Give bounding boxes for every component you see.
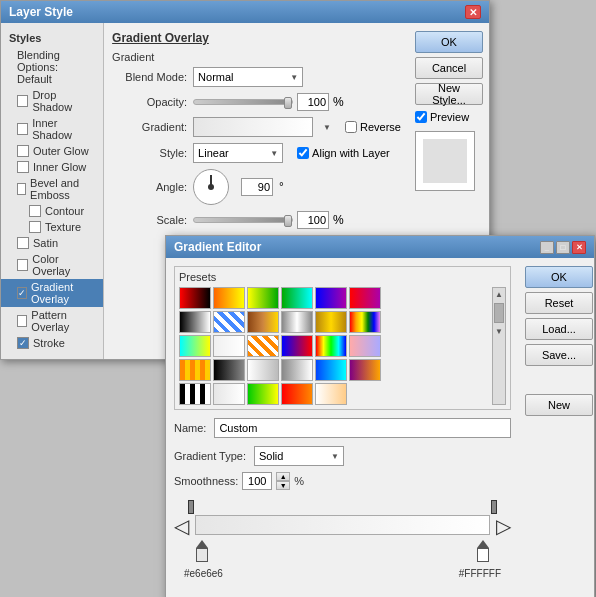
scroll-up-arrow[interactable]: ▲	[493, 288, 505, 301]
ge-maximize-button[interactable]: □	[556, 241, 570, 254]
style-dropdown[interactable]: Linear ▼	[193, 143, 283, 163]
ge-new-button[interactable]: New	[525, 394, 593, 416]
preset-16[interactable]	[281, 335, 313, 357]
sidebar-item-pattern-overlay[interactable]: Pattern Overlay	[1, 307, 103, 335]
ge-minimize-button[interactable]: _	[540, 241, 554, 254]
contour-checkbox[interactable]	[29, 205, 41, 217]
outer-glow-checkbox[interactable]	[17, 145, 29, 157]
opacity-slider-track[interactable]	[193, 99, 293, 105]
left-color-stop[interactable]	[196, 540, 208, 562]
cancel-button[interactable]: Cancel	[415, 57, 483, 79]
opacity-stop-right[interactable]	[491, 500, 497, 514]
reverse-checkbox[interactable]	[345, 121, 357, 133]
scroll-down-arrow[interactable]: ▼	[493, 325, 505, 338]
texture-checkbox[interactable]	[29, 221, 41, 233]
angle-value-input[interactable]	[241, 178, 273, 196]
scroll-thumb[interactable]	[494, 303, 504, 323]
color-overlay-checkbox[interactable]	[17, 259, 28, 271]
ge-reset-button[interactable]: Reset	[525, 292, 593, 314]
sidebar-item-contour[interactable]: Contour	[1, 203, 103, 219]
preview-checkbox[interactable]	[415, 111, 427, 123]
preset-7[interactable]	[179, 311, 211, 333]
preset-14[interactable]	[213, 335, 245, 357]
drop-shadow-checkbox[interactable]	[17, 95, 28, 107]
preset-25[interactable]	[179, 383, 211, 405]
opacity-slider-thumb[interactable]	[284, 97, 292, 109]
scale-slider-track[interactable]	[193, 217, 293, 223]
smoothness-value-input[interactable]	[242, 472, 272, 490]
align-with-layer-checkbox[interactable]	[297, 147, 309, 159]
angle-dial[interactable]	[193, 169, 229, 205]
smoothness-down-btn[interactable]: ▼	[276, 481, 290, 490]
ge-ok-button[interactable]: OK	[525, 266, 593, 288]
scale-value-input[interactable]	[297, 211, 329, 229]
gradient-overlay-checkbox[interactable]	[17, 287, 27, 299]
preset-1[interactable]	[179, 287, 211, 309]
preview-label: Preview	[415, 111, 483, 123]
opacity-stop-left[interactable]	[188, 500, 194, 514]
sidebar-item-satin[interactable]: Satin	[1, 235, 103, 251]
preset-10[interactable]	[281, 311, 313, 333]
preset-17[interactable]	[315, 335, 347, 357]
left-stop-marker[interactable]: ◁	[174, 514, 189, 538]
preset-3[interactable]	[247, 287, 279, 309]
preset-15[interactable]	[247, 335, 279, 357]
preset-29[interactable]	[315, 383, 347, 405]
inner-shadow-checkbox[interactable]	[17, 123, 28, 135]
preset-23[interactable]	[315, 359, 347, 381]
inner-glow-checkbox[interactable]	[17, 161, 29, 173]
preset-5[interactable]	[315, 287, 347, 309]
scale-slider-thumb[interactable]	[284, 215, 292, 227]
right-color-stop[interactable]	[477, 540, 489, 562]
ge-load-button[interactable]: Load...	[525, 318, 593, 340]
gradient-type-dropdown[interactable]: Solid ▼	[254, 446, 344, 466]
ge-close-button[interactable]: ✕	[572, 241, 586, 254]
preset-8[interactable]	[213, 311, 245, 333]
preset-20[interactable]	[213, 359, 245, 381]
gradient-arrow[interactable]: ▼	[323, 123, 331, 132]
new-style-button[interactable]: New Style...	[415, 83, 483, 105]
satin-checkbox[interactable]	[17, 237, 29, 249]
bevel-checkbox[interactable]	[17, 183, 26, 195]
preset-18[interactable]	[349, 335, 381, 357]
smoothness-up-btn[interactable]: ▲	[276, 472, 290, 481]
ge-save-button[interactable]: Save...	[525, 344, 593, 366]
preset-12[interactable]	[349, 311, 381, 333]
ok-button[interactable]: OK	[415, 31, 483, 53]
preset-6[interactable]	[349, 287, 381, 309]
smoothness-row: Smoothness: ▲ ▼ %	[174, 472, 511, 490]
right-stop-marker[interactable]: ▷	[496, 514, 511, 538]
sidebar-item-bevel[interactable]: Bevel and Emboss	[1, 175, 103, 203]
preset-4[interactable]	[281, 287, 313, 309]
preset-21[interactable]	[247, 359, 279, 381]
opacity-value-input[interactable]	[297, 93, 329, 111]
sidebar-item-blending[interactable]: Blending Options: Default	[1, 47, 103, 87]
sidebar-item-inner-glow[interactable]: Inner Glow	[1, 159, 103, 175]
blend-mode-dropdown[interactable]: Normal ▼	[193, 67, 303, 87]
sidebar-item-outer-glow[interactable]: Outer Glow	[1, 143, 103, 159]
sidebar-item-texture[interactable]: Texture	[1, 219, 103, 235]
sidebar-item-inner-shadow[interactable]: Inner Shadow	[1, 115, 103, 143]
preset-19[interactable]	[179, 359, 211, 381]
gradient-preview[interactable]	[193, 117, 313, 137]
preset-27[interactable]	[247, 383, 279, 405]
left-stop-color[interactable]	[196, 548, 208, 562]
preset-24[interactable]	[349, 359, 381, 381]
sidebar-title: Styles	[1, 29, 103, 47]
sidebar-item-gradient-overlay[interactable]: Gradient Overlay	[1, 279, 103, 307]
sidebar-item-stroke[interactable]: Stroke	[1, 335, 103, 351]
right-stop-color[interactable]	[477, 548, 489, 562]
preset-9[interactable]	[247, 311, 279, 333]
preset-22[interactable]	[281, 359, 313, 381]
close-button[interactable]: ✕	[465, 5, 481, 19]
sidebar-item-color-overlay[interactable]: Color Overlay	[1, 251, 103, 279]
preset-26[interactable]	[213, 383, 245, 405]
preset-2[interactable]	[213, 287, 245, 309]
name-input[interactable]	[214, 418, 511, 438]
preset-28[interactable]	[281, 383, 313, 405]
stroke-checkbox[interactable]	[17, 337, 29, 349]
pattern-overlay-checkbox[interactable]	[17, 315, 27, 327]
preset-11[interactable]	[315, 311, 347, 333]
sidebar-item-drop-shadow[interactable]: Drop Shadow	[1, 87, 103, 115]
preset-13[interactable]	[179, 335, 211, 357]
